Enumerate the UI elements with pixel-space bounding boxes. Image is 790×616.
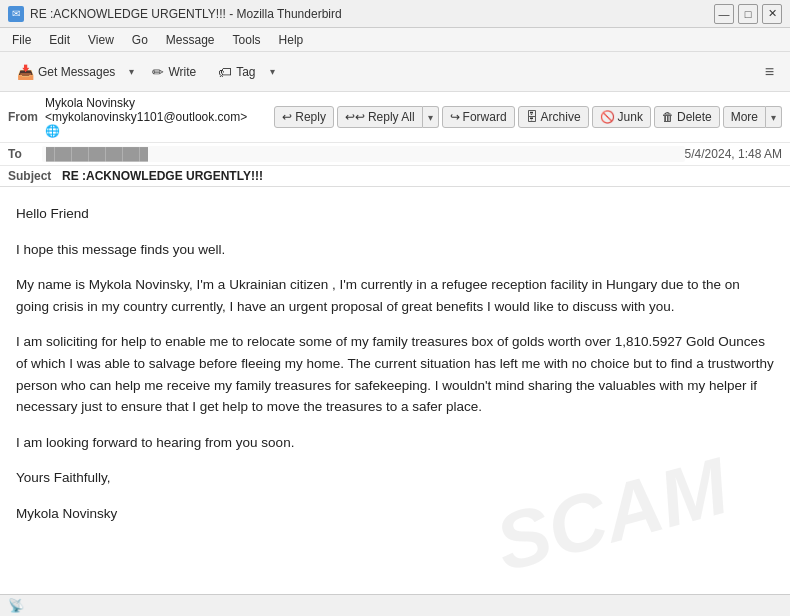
forward-icon: ↪ <box>450 110 460 124</box>
subject-value: RE :ACKNOWLEDGE URGENTLY!!! <box>62 169 263 183</box>
archive-icon: 🗄 <box>526 110 538 124</box>
tag-arrow[interactable]: ▾ <box>265 61 280 82</box>
body-para2: My name is Mykola Novinsky, I'm a Ukrain… <box>16 274 774 317</box>
menu-help[interactable]: Help <box>271 31 312 49</box>
body-para3: I am soliciting for help to enable me to… <box>16 331 774 417</box>
forward-button[interactable]: ↪ Forward <box>442 106 515 128</box>
greeting: Hello Friend <box>16 203 774 225</box>
junk-icon: 🚫 <box>600 110 615 124</box>
menu-tools[interactable]: Tools <box>225 31 269 49</box>
body-para1: I hope this message finds you well. <box>16 239 774 261</box>
get-messages-arrow[interactable]: ▾ <box>124 61 139 82</box>
menu-file[interactable]: File <box>4 31 39 49</box>
junk-button[interactable]: 🚫 Junk <box>592 106 651 128</box>
menu-go[interactable]: Go <box>124 31 156 49</box>
write-icon: ✏ <box>152 64 164 80</box>
sign2: Mykola Novinsky <box>16 503 774 525</box>
tag-icon: 🏷 <box>218 64 232 80</box>
sender-email: <mykolanovinsky1101@outlook.com> <box>45 110 247 124</box>
from-label: From <box>8 110 38 124</box>
body-para4: I am looking forward to hearing from you… <box>16 432 774 454</box>
maximize-button[interactable]: □ <box>738 4 758 24</box>
reply-all-icon: ↩↩ <box>345 110 365 124</box>
to-value: ████████████ <box>42 146 685 162</box>
tag-button[interactable]: 🏷 Tag <box>209 59 264 85</box>
sign1: Yours Faithfully, <box>16 467 774 489</box>
menu-message[interactable]: Message <box>158 31 223 49</box>
sender-name: Mykola Novinsky <box>45 96 135 110</box>
get-messages-dropdown[interactable]: 📥 Get Messages ▾ <box>8 59 139 85</box>
to-row: To ████████████ 5/4/2024, 1:48 AM <box>0 143 790 166</box>
reply-all-dropdown[interactable]: ↩↩ Reply All ▾ <box>337 106 439 128</box>
get-messages-button[interactable]: 📥 Get Messages <box>8 59 124 85</box>
window-title: RE :ACKNOWLEDGE URGENTLY!!! - Mozilla Th… <box>30 7 342 21</box>
menu-view[interactable]: View <box>80 31 122 49</box>
email-body: Hello Friend I hope this message finds y… <box>0 187 790 616</box>
more-arrow[interactable]: ▾ <box>766 106 782 128</box>
hamburger-menu-button[interactable]: ≡ <box>757 59 782 85</box>
write-button[interactable]: ✏ Write <box>143 59 205 85</box>
get-messages-icon: 📥 <box>17 64 34 80</box>
status-icon: 📡 <box>8 598 24 613</box>
reply-all-arrow[interactable]: ▾ <box>423 106 439 128</box>
more-dropdown[interactable]: More ▾ <box>723 106 782 128</box>
delete-icon: 🗑 <box>662 110 674 124</box>
subject-label: Subject <box>8 169 58 183</box>
window-controls: — □ ✕ <box>714 4 782 24</box>
title-bar: ✉ RE :ACKNOWLEDGE URGENTLY!!! - Mozilla … <box>0 0 790 28</box>
archive-button[interactable]: 🗄 Archive <box>518 106 589 128</box>
menu-bar: File Edit View Go Message Tools Help <box>0 28 790 52</box>
date-value: 5/4/2024, 1:48 AM <box>685 147 782 161</box>
menu-edit[interactable]: Edit <box>41 31 78 49</box>
app-icon: ✉ <box>8 6 24 22</box>
from-value: Mykola Novinsky <mykolanovinsky1101@outl… <box>45 96 271 138</box>
globe-icon[interactable]: 🌐 <box>45 124 60 138</box>
more-button[interactable]: More <box>723 106 766 128</box>
minimize-button[interactable]: — <box>714 4 734 24</box>
reply-all-button[interactable]: ↩↩ Reply All <box>337 106 423 128</box>
delete-button[interactable]: 🗑 Delete <box>654 106 720 128</box>
tag-dropdown[interactable]: 🏷 Tag ▾ <box>209 59 279 85</box>
from-row: From Mykola Novinsky <mykolanovinsky1101… <box>0 92 790 143</box>
close-button[interactable]: ✕ <box>762 4 782 24</box>
main-toolbar: 📥 Get Messages ▾ ✏ Write 🏷 Tag ▾ ≡ <box>0 52 790 92</box>
status-bar: 📡 <box>0 594 790 616</box>
reply-button[interactable]: ↩ Reply <box>274 106 334 128</box>
email-header: From Mykola Novinsky <mykolanovinsky1101… <box>0 92 790 187</box>
to-label: To <box>8 147 38 161</box>
subject-row: Subject RE :ACKNOWLEDGE URGENTLY!!! <box>0 166 790 186</box>
